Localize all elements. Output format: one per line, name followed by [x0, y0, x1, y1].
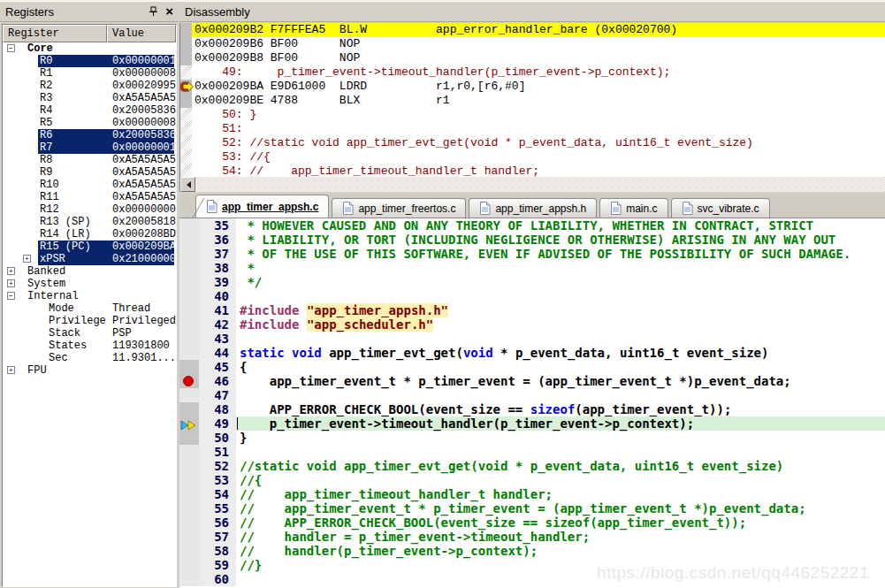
- code-text[interactable]: }: [236, 431, 885, 445]
- code-text[interactable]: [236, 289, 885, 303]
- breakpoint-margin[interactable]: [179, 218, 199, 233]
- disassembly-hscrollbar[interactable]: [179, 177, 885, 192]
- code-text[interactable]: [236, 388, 885, 402]
- code-text[interactable]: // app_timer_timeout_handler_t handler;: [236, 487, 885, 501]
- code-text[interactable]: #include "app_scheduler.h": [236, 317, 885, 332]
- scroll-left-button[interactable]: [180, 177, 195, 192]
- editor-line-41[interactable]: 41#include "app_timer_appsh.h": [179, 303, 885, 317]
- editor-line-40[interactable]: 40: [179, 289, 885, 303]
- editor-line-60[interactable]: 60: [179, 572, 885, 586]
- editor-line-53[interactable]: 53//{: [179, 473, 885, 487]
- editor-line-52[interactable]: 52//static void app_timer_evt_get(void *…: [179, 459, 885, 473]
- code-text[interactable]: *: [236, 261, 885, 275]
- register-row-r9[interactable]: R90xA5A5A5A5: [3, 166, 176, 179]
- editor-line-43[interactable]: 43: [179, 332, 885, 346]
- editor-line-47[interactable]: 47: [179, 388, 885, 402]
- register-row-states[interactable]: States119301800: [3, 340, 176, 352]
- disassembly-line[interactable]: 0x000209BA E9D61000 LDRD r1,r0,[r6,#0]: [180, 80, 885, 94]
- breakpoint-margin[interactable]: [179, 388, 199, 402]
- expand-icon[interactable]: +: [7, 279, 15, 287]
- editor-line-42[interactable]: 42#include "app_scheduler.h": [179, 317, 885, 332]
- register-row-r15-pc-[interactable]: R15 (PC)0x000209BA: [3, 241, 176, 253]
- breakpoint-margin[interactable]: [179, 530, 199, 544]
- disassembly-margin[interactable]: [180, 164, 192, 177]
- disassembly-line[interactable]: 54: // app_timer_timeout_handler_t handl…: [180, 164, 885, 177]
- register-row-mode[interactable]: ModeThread: [3, 302, 176, 315]
- editor-line-57[interactable]: 57// handler = p_timer_event->timeout_ha…: [179, 530, 885, 544]
- register-row-r4[interactable]: R40x20005836: [3, 104, 176, 117]
- disassembly-margin[interactable]: [180, 122, 192, 136]
- code-text[interactable]: static void app_timer_evt_get(void * p_e…: [236, 346, 885, 360]
- value-column-header[interactable]: Value: [107, 25, 176, 42]
- tab-svc-vibrate.c[interactable]: svc_vibrate.c: [671, 198, 770, 218]
- breakpoint-margin[interactable]: [179, 247, 199, 261]
- code-text[interactable]: * LIABILITY, OR TORT (INCLUDING NEGLIGEN…: [236, 233, 885, 247]
- code-text[interactable]: //{: [236, 473, 885, 487]
- breakpoint-margin[interactable]: [179, 289, 199, 303]
- code-text[interactable]: {: [236, 360, 885, 374]
- register-row-stack[interactable]: StackPSP: [3, 327, 176, 340]
- registers-titlebar[interactable]: Registers ×: [0, 1, 179, 22]
- code-text[interactable]: #include "app_timer_appsh.h": [236, 303, 885, 317]
- code-text[interactable]: //static void app_timer_evt_get(void * p…: [236, 459, 885, 473]
- breakpoint-margin[interactable]: [179, 275, 199, 289]
- scrollbar-track[interactable]: [195, 177, 885, 192]
- breakpoint-margin[interactable]: [179, 303, 199, 317]
- editor-line-51[interactable]: 51: [179, 445, 885, 459]
- disassembly-line[interactable]: 53: //{: [180, 150, 885, 164]
- expand-icon[interactable]: +: [7, 366, 15, 374]
- breakpoint-margin[interactable]: [179, 332, 199, 346]
- disassembly-line[interactable]: 52: //static void app_timer_evt_get(void…: [180, 136, 885, 150]
- breakpoint-margin[interactable]: [179, 445, 199, 459]
- code-text[interactable]: * HOWEVER CAUSED AND ON ANY THEORY OF LI…: [236, 218, 885, 233]
- disassembly-line[interactable]: 0x000209B6 BF00 NOP: [180, 37, 885, 51]
- register-row-r1[interactable]: R10x00000008: [3, 67, 176, 80]
- register-row-r7[interactable]: R70x00000001: [3, 141, 176, 154]
- pin-icon[interactable]: [149, 6, 158, 17]
- register-row-r3[interactable]: R30xA5A5A5A5: [3, 92, 176, 104]
- code-text[interactable]: // handler(p_timer_event->p_context);: [236, 544, 885, 558]
- breakpoint-margin[interactable]: [179, 515, 199, 530]
- disassembly-line[interactable]: 49: p_timer_event->timeout_handler(p_tim…: [180, 65, 885, 80]
- editor-line-38[interactable]: 38 *: [179, 261, 885, 275]
- disassembly-line[interactable]: 51:: [180, 122, 885, 136]
- editor-line-55[interactable]: 55// app_timer_event_t * p_timer_event =…: [179, 501, 885, 515]
- disassembly-margin[interactable]: [180, 80, 192, 94]
- editor-line-35[interactable]: 35 * HOWEVER CAUSED AND ON ANY THEORY OF…: [179, 218, 885, 233]
- breakpoint-margin[interactable]: [179, 261, 199, 275]
- breakpoint-margin[interactable]: [179, 416, 199, 431]
- editor-line-49[interactable]: 49 p_timer_event->timeout_handler(p_time…: [179, 416, 885, 431]
- register-row-sec[interactable]: Sec11.9301...: [3, 352, 176, 364]
- register-column-header[interactable]: Register: [3, 25, 107, 42]
- editor-line-36[interactable]: 36 * LIABILITY, OR TORT (INCLUDING NEGLI…: [179, 233, 885, 247]
- expand-icon[interactable]: +: [7, 267, 15, 275]
- breakpoint-margin[interactable]: [179, 360, 199, 374]
- tab-app-timer-appsh.c[interactable]: app_timer_appsh.c: [195, 195, 329, 218]
- editor-line-44[interactable]: 44static void app_timer_evt_get(void * p…: [179, 346, 885, 360]
- collapse-icon[interactable]: −: [7, 44, 15, 52]
- disassembly-margin[interactable]: [180, 37, 192, 51]
- code-text[interactable]: app_timer_event_t * p_timer_event = (app…: [236, 374, 885, 388]
- editor-line-58[interactable]: 58// handler(p_timer_event->p_context);: [179, 544, 885, 558]
- register-row-banked[interactable]: +Banked: [3, 265, 176, 278]
- tab-app-timer-freertos.c[interactable]: app_timer_freertos.c: [332, 198, 466, 218]
- expand-icon[interactable]: +: [23, 255, 31, 263]
- register-row-internal[interactable]: −Internal: [3, 290, 176, 302]
- editor-line-39[interactable]: 39 */: [179, 275, 885, 289]
- register-row-fpu[interactable]: +FPU: [3, 364, 176, 377]
- tab-main.c[interactable]: main.c: [599, 198, 668, 218]
- breakpoint-margin[interactable]: [179, 374, 199, 388]
- breakpoint-margin[interactable]: [179, 544, 199, 558]
- code-text[interactable]: [236, 445, 885, 459]
- tab-app-timer-appsh.h[interactable]: app_timer_appsh.h: [469, 198, 597, 218]
- disassembly-content[interactable]: 0x000209B2 F7FFFEA5 BL.W app_error_handl…: [179, 23, 885, 177]
- disassembly-margin[interactable]: [180, 150, 192, 164]
- register-row-r5[interactable]: R50x00000008: [3, 117, 176, 129]
- register-row-r12[interactable]: R120x00000000: [3, 203, 176, 216]
- breakpoint-margin[interactable]: [179, 459, 199, 473]
- register-row-system[interactable]: +System: [3, 278, 176, 290]
- breakpoint-margin[interactable]: [179, 402, 199, 416]
- register-row-core[interactable]: −Core: [3, 42, 176, 55]
- breakpoint-margin[interactable]: [179, 473, 199, 487]
- disassembly-line[interactable]: 0x000209B8 BF00 NOP: [180, 51, 885, 65]
